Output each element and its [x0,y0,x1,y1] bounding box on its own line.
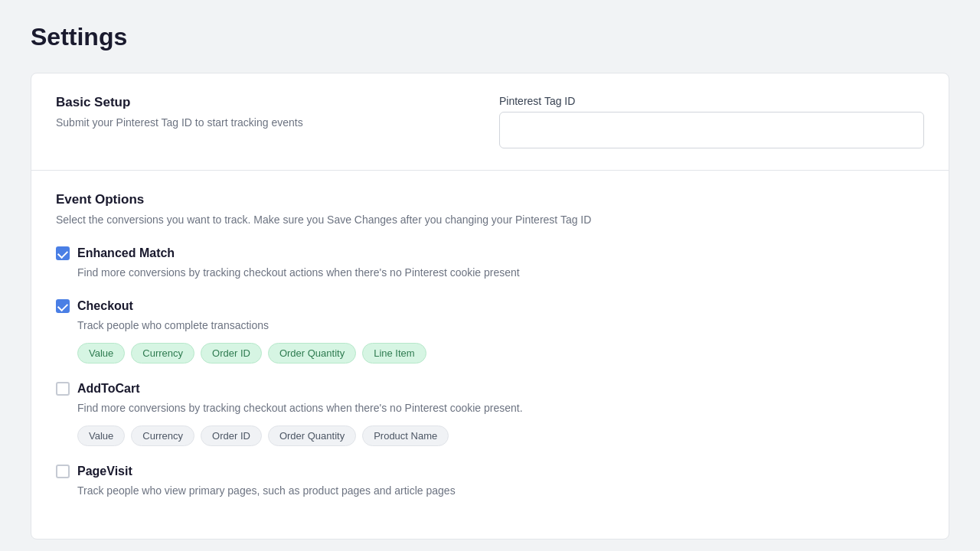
event-options-description: Select the conversions you want to track… [56,212,924,228]
enhanced-match-label: Enhanced Match [77,246,175,260]
add-to-cart-tag-order-quantity: Order Quantity [268,425,356,446]
checkout-tag-order-quantity: Order Quantity [268,343,356,364]
pinterest-tag-input[interactable] [499,112,924,148]
checkout-tag-value: Value [77,343,125,364]
checkout-tag-order-id: Order ID [201,343,262,364]
pinterest-tag-field-group: Pinterest Tag ID [499,95,924,148]
basic-setup-section: Basic Setup Submit your Pinterest Tag ID… [31,73,949,170]
settings-card: Basic Setup Submit your Pinterest Tag ID… [31,73,949,540]
option-enhanced-match-header: Enhanced Match [56,246,924,260]
option-page-visit: PageVisit Track people who view primary … [56,465,924,499]
add-to-cart-tag-currency: Currency [131,425,194,446]
page-title: Settings [31,23,949,51]
checkout-description: Track people who complete transactions [77,318,924,334]
option-page-visit-header: PageVisit [56,465,924,478]
pinterest-tag-label: Pinterest Tag ID [499,95,924,107]
enhanced-match-description: Find more conversions by tracking checko… [77,265,924,281]
add-to-cart-tag-value: Value [77,425,125,446]
page-visit-description: Track people who view primary pages, suc… [77,483,924,499]
event-options-title: Event Options [56,192,924,207]
checkout-label: Checkout [77,299,133,313]
page-visit-checkbox[interactable] [56,465,70,478]
checkout-tag-line-item: Line Item [362,343,426,364]
option-checkout-header: Checkout [56,299,924,313]
add-to-cart-label: AddToCart [77,382,139,396]
basic-setup-title: Basic Setup [56,95,481,110]
basic-setup-description: Submit your Pinterest Tag ID to start tr… [56,115,481,131]
event-options-section: Event Options Select the conversions you… [31,170,949,539]
option-add-to-cart-header: AddToCart [56,382,924,396]
add-to-cart-description: Find more conversions by tracking checko… [77,400,924,416]
add-to-cart-checkbox[interactable] [56,382,70,396]
option-checkout: Checkout Track people who complete trans… [56,299,924,364]
add-to-cart-tags: Value Currency Order ID Order Quantity P… [77,425,924,446]
checkout-tag-currency: Currency [131,343,194,364]
option-add-to-cart: AddToCart Find more conversions by track… [56,382,924,446]
option-enhanced-match: Enhanced Match Find more conversions by … [56,246,924,281]
basic-setup-info: Basic Setup Submit your Pinterest Tag ID… [56,95,481,131]
checkout-checkbox[interactable] [56,299,70,313]
page-visit-label: PageVisit [77,465,132,478]
add-to-cart-tag-order-id: Order ID [201,425,262,446]
add-to-cart-tag-product-name: Product Name [362,425,449,446]
enhanced-match-checkbox[interactable] [56,246,70,260]
checkout-tags: Value Currency Order ID Order Quantity L… [77,343,924,364]
